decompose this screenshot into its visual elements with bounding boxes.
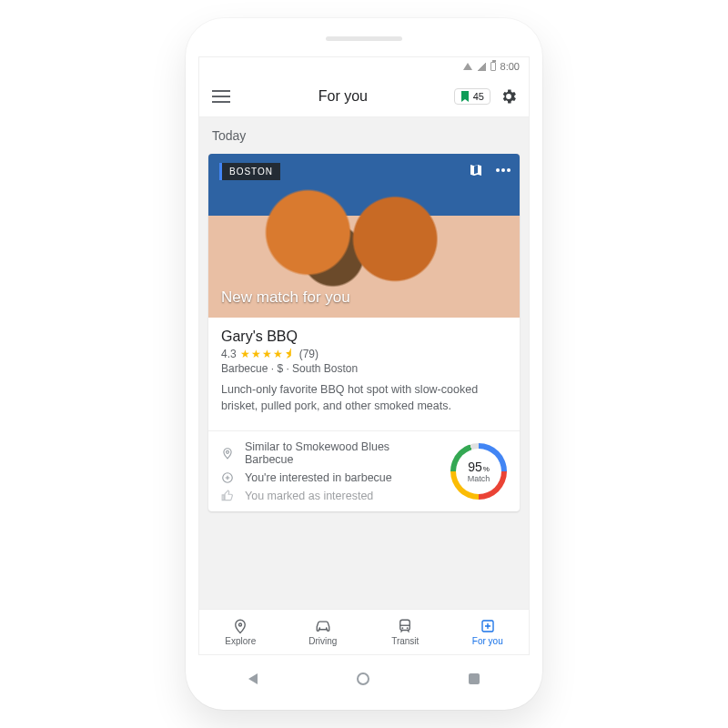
svg-point-7 <box>326 627 328 629</box>
section-heading: Today <box>199 117 529 154</box>
reason-text: You're interested in barbecue <box>245 471 392 484</box>
review-count: (79) <box>299 348 318 360</box>
bottom-tab-bar: Explore Driving Transit For you <box>199 609 529 654</box>
tab-label: Driving <box>308 636 337 646</box>
bookmark-icon <box>460 91 470 102</box>
battery-icon <box>490 62 496 71</box>
tab-driving[interactable]: Driving <box>282 610 365 654</box>
status-bar: 8:00 <box>199 57 529 76</box>
rating-value: 4.3 <box>221 348 237 360</box>
svg-point-3 <box>227 450 229 453</box>
svg-point-1 <box>501 168 505 172</box>
svg-point-0 <box>496 168 500 172</box>
svg-point-9 <box>402 627 404 629</box>
gear-icon <box>500 87 518 106</box>
star-icons: ★★★★⯨ <box>240 348 296 360</box>
android-back-button[interactable] <box>248 673 258 684</box>
match-label: Match <box>468 474 490 483</box>
wifi-icon <box>463 63 472 70</box>
hamburger-icon <box>212 90 230 103</box>
content-area[interactable]: Today BOSTON New match for you <box>199 117 529 609</box>
more-icon[interactable] <box>496 168 511 172</box>
place-name: Gary's BBQ <box>221 329 507 345</box>
hero-image: BOSTON New match for you <box>208 154 520 318</box>
plus-circle-icon <box>221 471 236 484</box>
saved-places-badge[interactable]: 45 <box>454 88 490 105</box>
pin-icon <box>221 447 236 460</box>
map-icon[interactable] <box>469 163 483 177</box>
screen: 8:00 For you 45 Today BOSTON <box>198 56 530 655</box>
card-body: Gary's BBQ 4.3 ★★★★⯨ (79) Barbecue · $ ·… <box>208 318 520 430</box>
description: Lunch-only favorite BBQ hot spot with sl… <box>221 382 507 414</box>
page-title: For you <box>232 88 454 105</box>
android-recent-button[interactable] <box>469 673 480 684</box>
status-time: 8:00 <box>500 61 520 72</box>
tab-transit[interactable]: Transit <box>364 610 447 654</box>
reason-item: Similar to Smokewood Blues Barbecue <box>221 440 434 466</box>
svg-point-6 <box>318 627 320 629</box>
reason-text: You marked as interested <box>245 490 373 502</box>
tab-label: For you <box>472 636 503 646</box>
hamburger-menu-button[interactable] <box>210 86 232 107</box>
tab-for-you[interactable]: For you <box>447 610 530 654</box>
pin-outline-icon <box>232 618 248 634</box>
train-icon <box>397 618 413 634</box>
cell-signal-icon <box>477 63 486 71</box>
reason-item: You marked as interested <box>221 490 434 502</box>
match-ring[interactable]: 95% Match <box>450 443 507 500</box>
tab-explore[interactable]: Explore <box>199 610 282 654</box>
reason-text: Similar to Smokewood Blues Barbecue <box>245 440 434 466</box>
svg-point-5 <box>239 623 242 626</box>
svg-point-2 <box>507 168 511 172</box>
svg-point-10 <box>407 627 409 629</box>
for-you-icon <box>480 618 496 634</box>
app-header: For you 45 <box>199 76 529 117</box>
tab-label: Explore <box>225 636 256 646</box>
meta-row: Barbecue · $ · South Boston <box>221 362 507 375</box>
match-ring-label: 95% Match <box>456 449 501 494</box>
android-nav-bar <box>198 662 530 695</box>
rating-row: 4.3 ★★★★⯨ (79) <box>221 348 507 360</box>
match-percent: 95 <box>468 460 482 474</box>
android-home-button[interactable] <box>357 672 369 685</box>
bookmark-count: 45 <box>473 91 484 102</box>
tab-label: Transit <box>391 636 419 646</box>
thumbs-up-icon <box>221 490 236 502</box>
speaker-grille <box>326 36 402 41</box>
hero-caption: New match for you <box>221 288 350 307</box>
neighborhood: South Boston <box>292 362 358 375</box>
category: Barbecue <box>221 362 268 375</box>
place-card[interactable]: BOSTON New match for you Gary's BBQ <box>208 154 520 511</box>
settings-button[interactable] <box>500 87 518 106</box>
car-icon <box>314 618 332 634</box>
match-reasons: Similar to Smokewood Blues Barbecue You'… <box>208 430 520 511</box>
price: $ <box>277 362 283 375</box>
reason-item: You're interested in barbecue <box>221 471 434 484</box>
phone-frame: 8:00 For you 45 Today BOSTON <box>186 18 542 710</box>
location-chip[interactable]: BOSTON <box>219 163 280 180</box>
